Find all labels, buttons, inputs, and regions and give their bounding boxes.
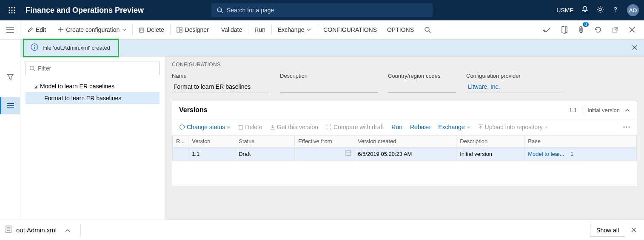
filter-rail-icon[interactable] — [0, 68, 20, 85]
cell-status[interactable]: Draft — [235, 147, 295, 161]
popout-icon[interactable] — [608, 23, 622, 37]
svg-rect-41 — [239, 126, 242, 130]
edit-button[interactable]: Edit — [22, 20, 51, 39]
description-value[interactable] — [280, 81, 378, 93]
app-title: Finance and Operations Preview — [26, 6, 144, 15]
close-info-icon[interactable] — [632, 44, 637, 52]
tree-child-item[interactable]: Format to learn ER baselines — [26, 92, 160, 104]
upload-repo-button[interactable]: Upload into repository — [476, 122, 551, 132]
attachments-icon[interactable]: 0 — [574, 23, 588, 37]
attachments-badge: 0 — [583, 22, 589, 27]
cell-effective[interactable] — [295, 147, 354, 161]
svg-point-11 — [599, 8, 601, 11]
svg-point-44 — [626, 127, 627, 128]
svg-point-25 — [425, 27, 429, 31]
show-all-button[interactable]: Show all — [590, 224, 625, 237]
help-icon[interactable]: ? — [612, 6, 619, 15]
cell-created[interactable]: 6/5/2019 05:20:23 AM — [354, 147, 456, 161]
provider-label: Configuration provider — [466, 73, 564, 79]
office-icon[interactable] — [557, 23, 571, 37]
global-search-input[interactable] — [227, 7, 427, 14]
base-num[interactable]: 1 — [570, 151, 573, 157]
col-version[interactable]: Version — [188, 136, 235, 147]
svg-point-0 — [9, 7, 10, 8]
validate-button[interactable]: Validate — [216, 20, 248, 39]
chevron-up-icon[interactable] — [65, 226, 70, 234]
calendar-icon[interactable] — [345, 150, 351, 157]
cell-description[interactable]: Initial version — [456, 147, 524, 161]
svg-line-10 — [221, 11, 223, 13]
change-status-button[interactable]: Change status — [177, 122, 233, 132]
version-exchange-button[interactable]: Exchange — [436, 122, 473, 132]
close-bottom-icon[interactable] — [629, 224, 639, 237]
cell-base[interactable]: Model to lear... 1 — [524, 147, 637, 161]
main-area: ◢ Model to learn ER baselines Format to … — [0, 56, 644, 220]
svg-point-1 — [11, 7, 12, 8]
tree-collapse-icon[interactable]: ◢ — [34, 84, 37, 89]
filter-input[interactable] — [38, 65, 156, 72]
col-base[interactable]: Base — [524, 136, 637, 147]
search-command-button[interactable] — [419, 20, 436, 39]
app-launcher-icon[interactable] — [5, 3, 19, 17]
options-tab[interactable]: OPTIONS — [382, 20, 419, 39]
file-icon[interactable] — [5, 226, 12, 235]
get-version-button[interactable]: Get this version — [268, 122, 321, 132]
gear-icon[interactable] — [596, 6, 604, 15]
bottom-filename[interactable]: out.Admin.xml — [16, 226, 57, 234]
hamburger-icon[interactable] — [0, 20, 20, 39]
col-status[interactable]: Status — [235, 136, 295, 147]
svg-point-38 — [30, 66, 34, 70]
svg-line-26 — [429, 31, 430, 33]
sidebar: ◢ Model to learn ER baselines Format to … — [20, 56, 165, 220]
description-label: Description — [280, 73, 378, 79]
designer-label: Designer — [185, 26, 209, 33]
col-effective[interactable]: Effective from — [295, 136, 354, 147]
top-nav: Finance and Operations Preview USMF ? AD — [0, 0, 644, 20]
run-button[interactable]: Run — [249, 20, 271, 39]
designer-icon — [177, 27, 182, 33]
name-value[interactable]: Format to learn ER baselines — [172, 81, 270, 93]
base-link[interactable]: Model to lear... — [528, 151, 564, 157]
global-search[interactable] — [211, 3, 433, 17]
designer-button[interactable]: Designer — [171, 20, 214, 39]
delete-button[interactable]: Delete — [134, 20, 169, 39]
tree-child-label: Format to learn ER baselines — [44, 95, 121, 102]
user-avatar[interactable]: AD — [627, 4, 639, 16]
filter-box[interactable] — [26, 62, 160, 75]
configurations-tab[interactable]: CONFIGURATIONS — [318, 20, 382, 39]
country-value[interactable] — [388, 81, 456, 93]
exchange-button[interactable]: Exchange — [273, 20, 316, 39]
version-delete-button[interactable]: Delete — [236, 122, 265, 132]
legal-entity[interactable]: USMF — [556, 7, 573, 14]
svg-point-8 — [14, 12, 15, 13]
delete-label: Delete — [147, 26, 164, 33]
infolog-icon[interactable] — [540, 23, 554, 37]
col-created[interactable]: Version created — [354, 136, 456, 147]
compare-icon — [326, 124, 332, 130]
compare-draft-button[interactable]: Compare with draft — [323, 122, 386, 132]
close-icon[interactable] — [625, 23, 639, 37]
create-configuration-button[interactable]: Create configuration — [53, 20, 131, 39]
grid-row[interactable]: 1.1 Draft 6/5/2019 05:20:23 AM Initial v… — [173, 147, 637, 161]
version-run-button[interactable]: Run — [389, 122, 405, 132]
list-rail-icon[interactable] — [0, 97, 20, 114]
col-description[interactable]: Description — [456, 136, 524, 147]
provider-value[interactable]: Litware, Inc. — [466, 81, 564, 93]
tree-parent-item[interactable]: ◢ Model to learn ER baselines — [26, 80, 160, 92]
svg-point-3 — [9, 9, 10, 11]
collapse-icon[interactable] — [625, 107, 630, 113]
search-icon — [29, 65, 35, 71]
command-bar: Edit Create configuration Delete Designe… — [20, 20, 644, 39]
cell-version[interactable]: 1.1 — [188, 147, 235, 161]
bell-icon[interactable] — [581, 6, 589, 15]
svg-rect-46 — [346, 151, 351, 155]
refresh-icon[interactable] — [591, 23, 605, 37]
svg-point-45 — [629, 127, 630, 128]
col-r[interactable]: R... — [173, 136, 188, 147]
more-icon[interactable] — [621, 124, 633, 130]
svg-rect-23 — [180, 27, 182, 29]
cell-r[interactable] — [173, 147, 188, 161]
content-area: CONFIGURATIONS Name Format to learn ER b… — [165, 56, 644, 220]
pencil-icon — [27, 27, 33, 33]
rebase-button[interactable]: Rebase — [407, 122, 433, 132]
